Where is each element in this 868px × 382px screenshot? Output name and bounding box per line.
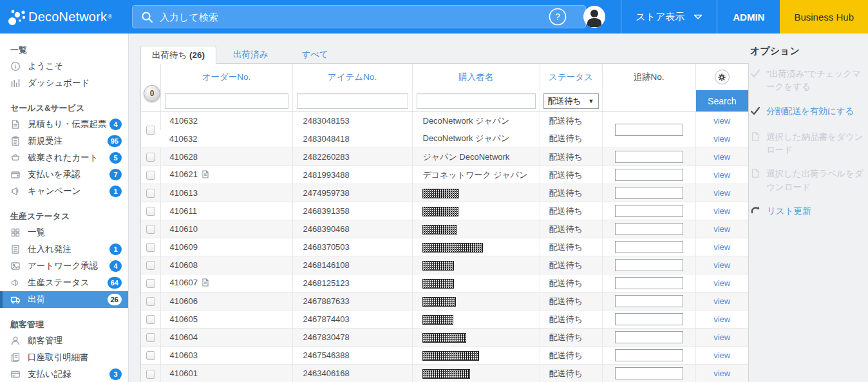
- tracking-number-input[interactable]: [615, 277, 683, 289]
- row-checkbox[interactable]: [146, 189, 155, 198]
- sidebar-item[interactable]: 破棄されたカート5: [0, 149, 128, 166]
- row-checkbox[interactable]: [146, 315, 155, 324]
- user-avatar[interactable]: [583, 6, 605, 28]
- sidebar-item-label: 見積もり・伝票起票: [28, 119, 106, 130]
- tracking-number-input[interactable]: [615, 349, 683, 361]
- sidebar-item[interactable]: 仕入れ発注1: [0, 241, 128, 258]
- column-header[interactable]: 購入者名: [412, 64, 540, 90]
- view-link[interactable]: view: [713, 278, 730, 288]
- item-number-cell: 2467874403: [292, 310, 412, 329]
- view-link[interactable]: view: [713, 170, 730, 180]
- view-link[interactable]: view: [713, 368, 730, 378]
- row-checkbox[interactable]: [146, 225, 155, 234]
- sidebar-item[interactable]: 生産ステータス64: [0, 274, 128, 291]
- row-checkbox[interactable]: [146, 171, 155, 180]
- filter-cell: [412, 90, 540, 112]
- sidebar-item[interactable]: ダッシュボード: [0, 75, 128, 91]
- option-item[interactable]: リスト更新: [750, 205, 866, 220]
- table-row: 4106132474959738配送待ちview: [141, 184, 748, 202]
- view-link[interactable]: view: [713, 260, 730, 270]
- sidebar-item[interactable]: 支払い記録3: [0, 366, 128, 382]
- tracking-number-input[interactable]: [615, 124, 683, 136]
- sidebar-item[interactable]: 出荷26: [0, 291, 128, 308]
- tracking-number-input[interactable]: [615, 367, 683, 379]
- view-link[interactable]: view: [713, 152, 730, 162]
- tracking-number-input[interactable]: [615, 187, 683, 199]
- sidebar-item[interactable]: 口座取引明細書: [0, 349, 128, 366]
- row-checkbox[interactable]: [146, 126, 155, 135]
- status-cell: 配送待ち: [540, 112, 602, 130]
- tracking-number-input[interactable]: [615, 223, 683, 235]
- tracking-number-input[interactable]: [615, 295, 683, 307]
- sidebar-item[interactable]: 新規受注95: [0, 133, 128, 149]
- tracking-number-input[interactable]: [615, 241, 683, 253]
- sidebar-item[interactable]: 支払いを承認7: [0, 166, 128, 183]
- tracking-number-input[interactable]: [615, 205, 683, 217]
- order-filter-input[interactable]: [165, 93, 288, 109]
- row-checkbox[interactable]: [146, 279, 155, 288]
- row-checkbox[interactable]: [146, 370, 155, 379]
- status-filter-select[interactable]: 配送待ち▼: [543, 93, 599, 109]
- sidebar-item[interactable]: キャンペーン1: [0, 183, 128, 200]
- checkbox-cell: [141, 256, 160, 274]
- row-checkbox[interactable]: [146, 261, 155, 270]
- row-checkbox[interactable]: [146, 333, 155, 342]
- selected-count-badge[interactable]: 0: [144, 85, 160, 102]
- statement-icon: [10, 352, 21, 363]
- tracking-cell: [602, 329, 695, 347]
- row-checkbox[interactable]: [146, 207, 155, 216]
- business-hub-button[interactable]: Business Hub: [780, 0, 868, 33]
- search-button[interactable]: Search: [696, 90, 749, 111]
- status-cell: 配送待ち: [540, 166, 602, 184]
- sidebar-item[interactable]: 顧客管理: [0, 332, 128, 349]
- column-header[interactable]: ステータス: [540, 64, 602, 90]
- view-link[interactable]: view: [713, 116, 730, 126]
- order-number-cell: 410601: [160, 365, 292, 382]
- gear-icon[interactable]: [715, 70, 730, 84]
- view-link[interactable]: view: [713, 350, 730, 360]
- column-header[interactable]: オーダーNo.: [160, 64, 292, 90]
- view-link[interactable]: view: [713, 332, 730, 342]
- tracking-number-input[interactable]: [615, 169, 683, 181]
- row-checkbox[interactable]: [146, 153, 155, 162]
- sidebar-item[interactable]: ようこそ: [0, 58, 128, 75]
- view-link[interactable]: view: [713, 296, 730, 306]
- search-input[interactable]: [160, 12, 585, 23]
- view-link[interactable]: view: [713, 206, 730, 216]
- view-link[interactable]: view: [713, 224, 730, 234]
- sidebar-item[interactable]: アートワーク承認4: [0, 258, 128, 274]
- view-link[interactable]: view: [713, 134, 730, 144]
- view-cell: view: [695, 184, 748, 202]
- sidebar-item-label: 口座取引明細書: [28, 352, 89, 363]
- tab-active[interactable]: 出荷待ち (26): [140, 46, 216, 64]
- row-checkbox[interactable]: [146, 243, 155, 252]
- tracking-number-input[interactable]: [615, 331, 683, 343]
- view-link[interactable]: view: [713, 242, 730, 252]
- item-filter-input[interactable]: [297, 93, 408, 109]
- tab-link[interactable]: 出荷済み: [216, 46, 285, 63]
- table-row: 4106092468370503配送待ちview: [141, 238, 748, 256]
- view-link[interactable]: view: [713, 314, 730, 324]
- store-view-dropdown[interactable]: ストア表示: [621, 0, 717, 33]
- brand-logo[interactable]: DecoNetwork®: [0, 6, 129, 28]
- option-item[interactable]: 分割配送を有効にする: [750, 105, 866, 120]
- checkbox-cell: [141, 238, 160, 256]
- view-cell: view: [695, 292, 748, 310]
- table-row: 4106282482260283ジャパン DecoNetwork配送待ちview: [141, 148, 748, 166]
- sidebar-item[interactable]: 見積もり・伝票起票4: [0, 116, 128, 133]
- help-icon[interactable]: ?: [549, 8, 567, 26]
- status-filter-value: 配送待ち: [548, 95, 581, 107]
- buyer-filter-input[interactable]: [417, 93, 536, 109]
- tracking-number-input[interactable]: [615, 151, 683, 163]
- column-header[interactable]: アイテムNo.: [292, 64, 412, 90]
- tab-link[interactable]: すべて: [285, 46, 344, 63]
- row-checkbox[interactable]: [146, 351, 155, 360]
- tracking-cell: [602, 112, 695, 148]
- view-link[interactable]: view: [713, 188, 730, 198]
- status-cell: 配送待ち: [540, 310, 602, 329]
- admin-button[interactable]: ADMIN: [717, 0, 780, 33]
- sidebar-item[interactable]: 一覧: [0, 224, 128, 241]
- tracking-number-input[interactable]: [615, 259, 683, 271]
- tracking-number-input[interactable]: [615, 313, 683, 325]
- row-checkbox[interactable]: [146, 297, 155, 306]
